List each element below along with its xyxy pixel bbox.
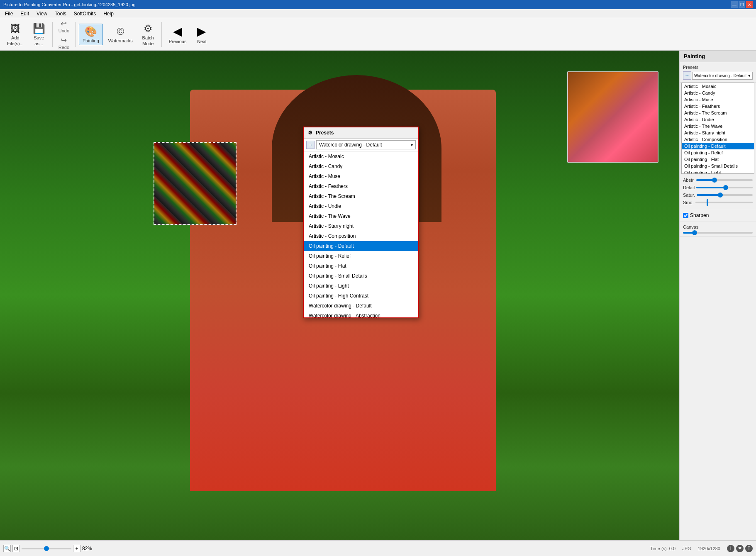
toolbar-separator-2	[75, 22, 76, 47]
dropdown-item[interactable]: Artistic - Composition	[304, 231, 418, 241]
canvas-thumb[interactable]	[692, 230, 697, 235]
panel-list-item[interactable]: Artistic - Mosaic	[682, 83, 754, 90]
sharpen-checkbox[interactable]	[683, 213, 688, 218]
dropdown-list[interactable]: Artistic - MosaicArtistic - CandyArtisti…	[304, 151, 418, 317]
saturation-thumb[interactable]	[718, 193, 723, 198]
panel-list-item[interactable]: Artistic - Feathers	[682, 103, 754, 110]
status-icon-1[interactable]: i	[727, 545, 734, 552]
panel-preset-box[interactable]: Watercolor drawing - Default ▾	[692, 72, 753, 80]
batch-mode-button[interactable]: ⚙ Batch Mode	[138, 21, 158, 48]
dropdown-item[interactable]: Watercolor drawing - Abstraction	[304, 311, 418, 317]
zoom-thumb[interactable]	[44, 546, 49, 551]
abstraction-slider[interactable]	[696, 179, 753, 181]
save-icon: 💾	[33, 23, 45, 34]
dropdown-item[interactable]: Artistic - Candy	[304, 161, 418, 171]
panel-preset-select: → Watercolor drawing - Default ▾	[683, 71, 753, 80]
dropdown-item[interactable]: Artistic - The Scream	[304, 191, 418, 201]
save-label: Save	[34, 35, 44, 40]
panel-details-row: Detail	[683, 184, 753, 191]
toolbar-separator-3	[161, 22, 162, 47]
zoom-slider[interactable]	[22, 548, 71, 549]
redo-button[interactable]: ↪ Redo	[56, 35, 72, 51]
menu-edit[interactable]: Edit	[17, 10, 32, 17]
saturation-label: Satur.	[683, 193, 695, 198]
menu-bar: File Edit View Tools SoftOrbits Help	[0, 9, 756, 18]
toolbar-separator-1	[52, 22, 53, 47]
watermarks-button[interactable]: © Watermarks	[105, 24, 137, 45]
watermarks-icon: ©	[117, 26, 124, 37]
panel-list-item[interactable]: Oil painting - Default	[682, 143, 754, 149]
presets-dropdown[interactable]: ⚙ Presets → Watercolor drawing - Default…	[303, 127, 419, 318]
minimize-button[interactable]: —	[731, 1, 738, 8]
saturation-slider[interactable]	[697, 194, 753, 196]
dropdown-item[interactable]: Artistic - Mosaic	[304, 151, 418, 161]
panel-list-item[interactable]: Artistic - Starry night	[682, 129, 754, 136]
close-button[interactable]: ✕	[746, 1, 753, 8]
time-status: Time (s): 0.0	[650, 546, 676, 551]
file-type: JPG	[682, 546, 691, 551]
dropdown-item[interactable]: Artistic - Feathers	[304, 181, 418, 191]
photo-background: ⚙ Presets → Watercolor drawing - Default…	[0, 51, 679, 540]
dropdown-item[interactable]: Oil painting - High Contrast	[304, 291, 418, 301]
panel-list-item[interactable]: Artistic - The Scream	[682, 110, 754, 116]
dropdown-item[interactable]: Artistic - Starry night	[304, 221, 418, 231]
menu-tools[interactable]: Tools	[51, 10, 70, 17]
zoom-controls: 🔍 ⊡ + 82%	[3, 545, 92, 552]
redo-label: Redo	[59, 45, 69, 50]
smooth-slider[interactable]	[695, 202, 753, 203]
dropdown-item[interactable]: Oil painting - Relief	[304, 251, 418, 261]
menu-view[interactable]: View	[33, 10, 51, 17]
watermarks-label: Watermarks	[108, 38, 133, 43]
panel-preset-list[interactable]: Artistic - MosaicArtistic - CandyArtisti…	[681, 83, 754, 174]
panel-list-item[interactable]: Oil painting - Flat	[682, 156, 754, 163]
save-as-button[interactable]: 💾 Save as...	[29, 21, 49, 48]
canvas-slider[interactable]	[683, 232, 753, 234]
panel-smooth-row: Smo.	[683, 199, 753, 206]
zoom-out-button[interactable]: 🔍	[3, 545, 11, 552]
dropdown-arrow-button[interactable]: →	[306, 141, 315, 149]
canvas-area[interactable]: ⚙ Presets → Watercolor drawing - Default…	[0, 51, 679, 540]
status-icon-2[interactable]: ❤	[736, 545, 744, 552]
panel-list-item[interactable]: Oil painting - Light	[682, 169, 754, 174]
previous-button[interactable]: ◀ Previous	[165, 22, 190, 46]
window-controls[interactable]: — ❐ ✕	[731, 1, 753, 8]
zoom-fit-button[interactable]: ⊡	[12, 545, 20, 552]
next-button[interactable]: ▶ Next	[192, 22, 212, 46]
menu-help[interactable]: Help	[100, 10, 117, 17]
dropdown-item[interactable]: Artistic - Undie	[304, 201, 418, 211]
add-files-button[interactable]: 🖼 Add File(s)...	[3, 21, 27, 48]
dropdown-select-box[interactable]: Watercolor drawing - Default ▾	[316, 140, 416, 149]
panel-list-item[interactable]: Artistic - The Wave	[682, 123, 754, 129]
panel-presets-section: Presets → Watercolor drawing - Default ▾	[680, 62, 756, 83]
undo-button[interactable]: ↩ Undo	[56, 18, 72, 34]
status-icon-3[interactable]: T	[745, 545, 753, 552]
undo-label: Undo	[59, 28, 69, 33]
status-bar: 🔍 ⊡ + 82% Time (s): 0.0 JPG 1920x1280 i …	[0, 540, 756, 556]
panel-list-item[interactable]: Artistic - Composition	[682, 136, 754, 143]
panel-list-item[interactable]: Artistic - Muse	[682, 96, 754, 103]
zoom-in-button[interactable]: +	[73, 545, 80, 552]
maximize-button[interactable]: ❐	[739, 1, 745, 8]
dropdown-item[interactable]: Oil painting - Small Details	[304, 271, 418, 281]
panel-list-item[interactable]: Artistic - Undie	[682, 116, 754, 123]
abstraction-thumb[interactable]	[712, 178, 717, 183]
panel-abstraction-row: Abstr.	[683, 176, 753, 184]
panel-list-item[interactable]: Oil painting - Relief	[682, 149, 754, 156]
panel-list-item[interactable]: Oil painting - Small Details	[682, 163, 754, 169]
dropdown-item[interactable]: Watercolor drawing - Default	[304, 301, 418, 311]
dropdown-item[interactable]: Oil painting - Default	[304, 241, 418, 251]
menu-softorbits[interactable]: SoftOrbits	[71, 10, 99, 17]
dropdown-item[interactable]: Artistic - The Wave	[304, 211, 418, 221]
dropdown-item[interactable]: Oil painting - Flat	[304, 261, 418, 271]
resolution: 1920x1280	[698, 546, 720, 551]
panel-list-item[interactable]: Artistic - Candy	[682, 90, 754, 96]
batch-label2: Mode	[142, 41, 154, 46]
panel-arrow-button[interactable]: →	[683, 71, 691, 80]
painting-button[interactable]: 🎨 Painting	[79, 24, 103, 45]
details-slider[interactable]	[696, 187, 753, 188]
details-thumb[interactable]	[723, 185, 728, 190]
dropdown-item[interactable]: Artistic - Muse	[304, 171, 418, 181]
title-bar: Picture to Painting Converter Pro - girl…	[0, 0, 756, 9]
dropdown-item[interactable]: Oil painting - Light	[304, 281, 418, 291]
menu-file[interactable]: File	[2, 10, 16, 17]
